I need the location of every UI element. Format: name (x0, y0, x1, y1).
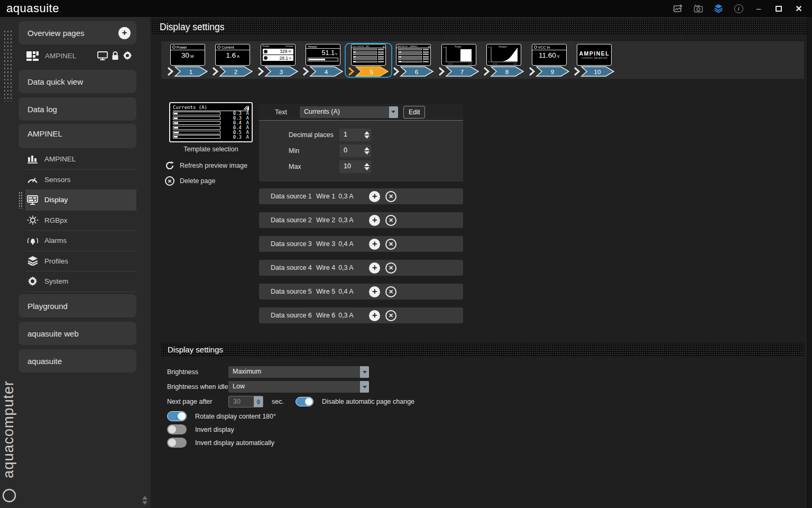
dropdown-arrow-icon[interactable] (389, 106, 398, 118)
clear-data-source-icon[interactable]: ✕ (385, 191, 396, 202)
spinner-arrows[interactable] (362, 129, 371, 141)
spin-down-icon[interactable] (256, 402, 261, 405)
sidebar-item-overview-pages[interactable]: Overview pages + (19, 21, 136, 44)
display-page-8[interactable]: Hotspot8560-10:000:00 8 (482, 44, 527, 77)
maximize-button[interactable] (774, 4, 783, 13)
dropdown-arrow-icon[interactable] (360, 366, 369, 378)
display-page-3[interactable]: PowerCurrent 329W 28.1A 3 (255, 44, 301, 77)
invert-display-auto-toggle[interactable] (167, 438, 187, 448)
spin-up-icon[interactable] (364, 131, 370, 134)
spin-down-icon[interactable] (364, 167, 370, 170)
brightness-dropdown[interactable]: Maximum (228, 366, 369, 378)
info-icon[interactable]: i (734, 4, 743, 13)
spinner-arrows[interactable] (254, 396, 263, 407)
display-page-10[interactable]: AMPINEL CURRENT BALANCER 10 (572, 44, 617, 77)
sidebar-item-sensors[interactable]: Sensors (25, 170, 136, 190)
dropdown-arrow-icon[interactable] (360, 381, 369, 393)
refresh-preview-button[interactable]: Refresh preview image (165, 161, 247, 170)
spinner-arrows[interactable] (362, 144, 371, 157)
invert-display-toggle[interactable] (167, 424, 187, 434)
refresh-icon (165, 161, 174, 170)
display-page-1[interactable]: Power 30W 1 (165, 44, 210, 77)
add-overview-page-button[interactable]: + (118, 27, 131, 39)
svg-text:85: 85 (488, 47, 490, 49)
spinner-arrows[interactable] (362, 160, 371, 173)
data-source-reading: 0,3 A (338, 216, 362, 224)
sidebar-scroll-arrows[interactable] (142, 496, 147, 505)
next-page-value: 30 (229, 396, 254, 407)
clear-data-source-icon[interactable]: ✕ (385, 215, 396, 226)
min-input[interactable]: 0 (339, 144, 371, 157)
sidebar-item-system[interactable]: System (25, 271, 136, 292)
screenshot-camera-icon[interactable] (694, 4, 703, 13)
add-data-source-icon[interactable]: + (369, 310, 380, 321)
add-data-source-icon[interactable]: + (369, 286, 380, 297)
min-value: 0 (339, 144, 362, 157)
sidebar-item-ampinel-overview[interactable]: AMPINEL (26, 47, 136, 64)
sidebar-item-display[interactable]: Display (25, 190, 136, 211)
sidebar-item-aquasuite-web[interactable]: aquasuite web (19, 322, 136, 345)
max-value: 10 (339, 160, 362, 173)
clear-data-source-icon[interactable]: ✕ (385, 286, 396, 297)
disable-auto-page-toggle[interactable] (296, 397, 313, 406)
sidebar-item-rgbpx[interactable]: RGBpx (25, 211, 136, 231)
sidebar-item-alarms[interactable]: Alarms (25, 231, 136, 251)
data-source-label: Data source 3 (271, 240, 316, 248)
vertical-scrollbar[interactable] (807, 17, 812, 508)
brightness-idle-dropdown[interactable]: Low (228, 381, 369, 393)
sidebar-item-data-quick-view[interactable]: Data quick view (19, 70, 136, 93)
delete-page-button[interactable]: ✕ Delete page (165, 176, 215, 186)
data-source-row-1: Data source 1 Wire 1 0,3 A + ✕ (259, 188, 463, 204)
display-page-4[interactable]: Hotspot 51.1°c 4 (301, 44, 346, 77)
gear-icon[interactable] (123, 51, 132, 60)
display-page-6[interactable]: Balance (mOhm)◢ 6 (391, 44, 437, 77)
scroll-down-icon[interactable] (142, 501, 147, 505)
page-title: Display settings (151, 19, 812, 35)
page-number: 6 (415, 69, 418, 75)
spin-up-icon[interactable] (364, 163, 370, 166)
close-button[interactable]: ✕ (794, 4, 804, 13)
profiles-layers-icon[interactable] (714, 4, 723, 13)
sidebar-item-aquasuite[interactable]: aquasuite (19, 349, 136, 373)
gear-icon (27, 276, 38, 286)
lock-icon[interactable] (112, 51, 119, 60)
clear-data-source-icon[interactable]: ✕ (385, 239, 396, 250)
add-data-source-icon[interactable]: + (369, 215, 380, 226)
max-input[interactable]: 10 (339, 160, 371, 173)
add-data-source-icon[interactable]: + (369, 239, 380, 250)
spin-down-icon[interactable] (364, 135, 370, 139)
clear-data-source-icon[interactable]: ✕ (385, 262, 396, 274)
display-icon (27, 195, 38, 205)
sidebar-item-profiles[interactable]: Profiles (25, 251, 136, 272)
text-source-dropdown[interactable]: Currents (A) (300, 106, 398, 118)
spin-down-icon[interactable] (364, 151, 370, 155)
data-source-reading: 0,3 A (338, 193, 362, 200)
display-page-7[interactable]: Power8000-10:000:00 7 (436, 44, 482, 77)
rotate-display-toggle[interactable] (167, 411, 187, 421)
add-data-source-icon[interactable]: + (369, 262, 380, 274)
minimize-button[interactable]: – (754, 4, 763, 13)
sidebar-item-ampinel-device[interactable]: AMPINEL (25, 149, 136, 170)
sidebar-item-data-log[interactable]: Data log (19, 97, 136, 121)
mini-progress-bar (308, 58, 338, 61)
display-page-9[interactable]: VCC In 11.60V 9 (527, 44, 572, 77)
bar-chart-icon (27, 155, 38, 164)
sidebar-item-ampinel-group[interactable]: AMPINEL (19, 124, 136, 148)
sidebar-item-playground[interactable]: Playground (19, 294, 136, 318)
add-data-source-icon[interactable]: + (369, 191, 380, 202)
export-image-icon[interactable] (673, 4, 683, 13)
monitor-icon[interactable] (97, 51, 108, 60)
spin-up-icon[interactable] (364, 147, 370, 150)
page-ribbon: 9 (529, 66, 570, 77)
spin-up-icon[interactable] (256, 399, 261, 402)
titlebar: aquasuite i – ✕ (0, 0, 812, 17)
edit-button[interactable]: Edit (403, 106, 426, 119)
display-page-5-selected[interactable]: Currents (A)◢ 5 (346, 44, 391, 77)
text-label: Text (275, 108, 287, 116)
page-ribbon: 1 (167, 66, 208, 77)
scroll-up-icon[interactable] (142, 496, 147, 500)
decimal-places-input[interactable]: 1 (339, 129, 371, 141)
clear-data-source-icon[interactable]: ✕ (385, 310, 396, 321)
next-page-seconds-input[interactable]: 30 (228, 396, 263, 407)
display-page-2[interactable]: Current 1.6A 2 (210, 44, 256, 77)
